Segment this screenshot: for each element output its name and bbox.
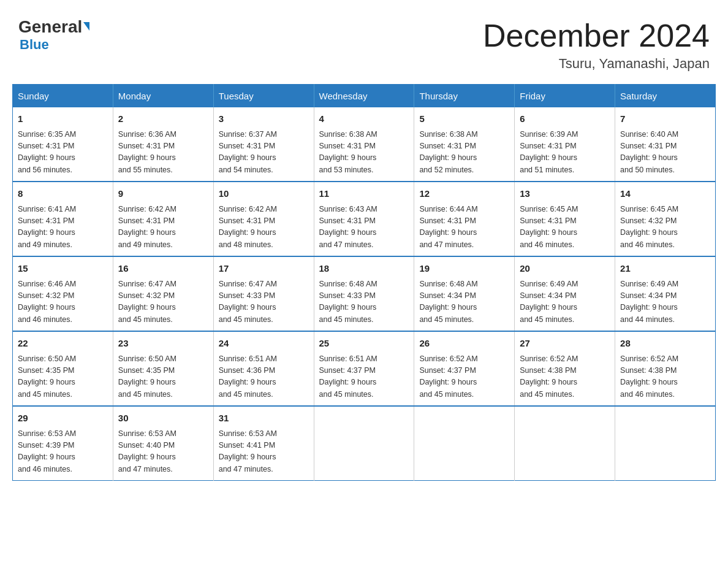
day-info: Sunrise: 6:40 AMSunset: 4:31 PMDaylight:…	[620, 129, 710, 177]
table-row: 17Sunrise: 6:47 AMSunset: 4:33 PMDayligh…	[213, 256, 314, 331]
day-info: Sunrise: 6:46 AMSunset: 4:32 PMDaylight:…	[18, 278, 108, 326]
table-row	[615, 406, 716, 481]
table-row: 1Sunrise: 6:35 AMSunset: 4:31 PMDaylight…	[13, 107, 113, 182]
col-sunday: Sunday	[13, 85, 113, 108]
day-info: Sunrise: 6:44 AMSunset: 4:31 PMDaylight:…	[419, 204, 509, 251]
table-row: 29Sunrise: 6:53 AMSunset: 4:39 PMDayligh…	[13, 406, 113, 481]
day-info: Sunrise: 6:38 AMSunset: 4:31 PMDaylight:…	[319, 129, 409, 177]
day-number: 23	[118, 337, 208, 351]
day-number: 1	[18, 112, 108, 126]
table-row: 20Sunrise: 6:49 AMSunset: 4:34 PMDayligh…	[515, 256, 615, 331]
logo-triangle-icon	[83, 22, 89, 31]
table-row: 24Sunrise: 6:51 AMSunset: 4:36 PMDayligh…	[213, 331, 314, 406]
day-number: 27	[520, 337, 610, 351]
day-number: 8	[18, 187, 108, 201]
logo-general-text: General	[18, 17, 89, 36]
day-number: 31	[219, 412, 309, 426]
day-info: Sunrise: 6:53 AMSunset: 4:41 PMDaylight:…	[219, 428, 309, 476]
day-info: Sunrise: 6:39 AMSunset: 4:31 PMDaylight:…	[520, 129, 610, 177]
day-number: 2	[118, 112, 208, 126]
table-row: 21Sunrise: 6:49 AMSunset: 4:34 PMDayligh…	[615, 256, 716, 331]
table-row: 9Sunrise: 6:42 AMSunset: 4:31 PMDaylight…	[113, 182, 213, 256]
table-row: 22Sunrise: 6:50 AMSunset: 4:35 PMDayligh…	[13, 331, 113, 406]
calendar-week-row: 22Sunrise: 6:50 AMSunset: 4:35 PMDayligh…	[13, 331, 716, 406]
col-saturday: Saturday	[615, 85, 716, 108]
table-row: 13Sunrise: 6:45 AMSunset: 4:31 PMDayligh…	[515, 182, 615, 256]
day-info: Sunrise: 6:36 AMSunset: 4:31 PMDaylight:…	[118, 129, 208, 177]
table-row: 15Sunrise: 6:46 AMSunset: 4:32 PMDayligh…	[13, 256, 113, 331]
day-info: Sunrise: 6:38 AMSunset: 4:31 PMDaylight:…	[419, 129, 509, 177]
table-row: 7Sunrise: 6:40 AMSunset: 4:31 PMDaylight…	[615, 107, 716, 182]
logo: General Blue	[18, 18, 89, 53]
calendar-title: December 2024	[483, 18, 710, 53]
table-row: 23Sunrise: 6:50 AMSunset: 4:35 PMDayligh…	[113, 331, 213, 406]
calendar-week-row: 1Sunrise: 6:35 AMSunset: 4:31 PMDaylight…	[13, 107, 716, 182]
day-info: Sunrise: 6:53 AMSunset: 4:40 PMDaylight:…	[118, 428, 208, 476]
day-number: 16	[118, 262, 208, 276]
table-row: 3Sunrise: 6:37 AMSunset: 4:31 PMDaylight…	[213, 107, 314, 182]
day-info: Sunrise: 6:49 AMSunset: 4:34 PMDaylight:…	[520, 278, 610, 326]
day-number: 3	[219, 112, 309, 126]
logo-general-line: General	[18, 18, 89, 36]
day-number: 10	[219, 187, 309, 201]
day-number: 19	[419, 262, 509, 276]
col-wednesday: Wednesday	[314, 85, 414, 108]
page-header: General Blue December 2024 Tsuru, Yamana…	[12, 12, 716, 72]
day-number: 25	[319, 337, 409, 351]
day-number: 21	[620, 262, 710, 276]
day-info: Sunrise: 6:50 AMSunset: 4:35 PMDaylight:…	[18, 353, 108, 401]
day-number: 17	[219, 262, 309, 276]
day-number: 24	[219, 337, 309, 351]
col-monday: Monday	[113, 85, 213, 108]
col-friday: Friday	[515, 85, 615, 108]
table-row: 2Sunrise: 6:36 AMSunset: 4:31 PMDaylight…	[113, 107, 213, 182]
day-number: 6	[520, 112, 610, 126]
table-row	[314, 406, 414, 481]
day-info: Sunrise: 6:42 AMSunset: 4:31 PMDaylight:…	[118, 204, 208, 251]
day-number: 7	[620, 112, 710, 126]
day-number: 28	[620, 337, 710, 351]
day-info: Sunrise: 6:45 AMSunset: 4:31 PMDaylight:…	[520, 204, 610, 251]
day-number: 20	[520, 262, 610, 276]
day-info: Sunrise: 6:49 AMSunset: 4:34 PMDaylight:…	[620, 278, 710, 326]
table-row: 14Sunrise: 6:45 AMSunset: 4:32 PMDayligh…	[615, 182, 716, 256]
day-number: 5	[419, 112, 509, 126]
table-row: 19Sunrise: 6:48 AMSunset: 4:34 PMDayligh…	[414, 256, 515, 331]
day-info: Sunrise: 6:51 AMSunset: 4:36 PMDaylight:…	[219, 353, 309, 401]
table-row: 27Sunrise: 6:52 AMSunset: 4:38 PMDayligh…	[515, 331, 615, 406]
calendar-table: Sunday Monday Tuesday Wednesday Thursday…	[12, 84, 716, 481]
calendar-header-row: Sunday Monday Tuesday Wednesday Thursday…	[13, 85, 716, 108]
day-info: Sunrise: 6:52 AMSunset: 4:38 PMDaylight:…	[620, 353, 710, 401]
day-info: Sunrise: 6:45 AMSunset: 4:32 PMDaylight:…	[620, 204, 710, 251]
table-row: 8Sunrise: 6:41 AMSunset: 4:31 PMDaylight…	[13, 182, 113, 256]
table-row: 12Sunrise: 6:44 AMSunset: 4:31 PMDayligh…	[414, 182, 515, 256]
table-row: 26Sunrise: 6:52 AMSunset: 4:37 PMDayligh…	[414, 331, 515, 406]
day-info: Sunrise: 6:52 AMSunset: 4:37 PMDaylight:…	[419, 353, 509, 401]
col-tuesday: Tuesday	[213, 85, 314, 108]
col-thursday: Thursday	[414, 85, 515, 108]
calendar-subtitle: Tsuru, Yamanashi, Japan	[483, 56, 710, 72]
calendar-week-row: 8Sunrise: 6:41 AMSunset: 4:31 PMDaylight…	[13, 182, 716, 256]
table-row: 28Sunrise: 6:52 AMSunset: 4:38 PMDayligh…	[615, 331, 716, 406]
day-info: Sunrise: 6:48 AMSunset: 4:33 PMDaylight:…	[319, 278, 409, 326]
table-row	[515, 406, 615, 481]
day-number: 22	[18, 337, 108, 351]
day-number: 15	[18, 262, 108, 276]
table-row	[414, 406, 515, 481]
table-row: 11Sunrise: 6:43 AMSunset: 4:31 PMDayligh…	[314, 182, 414, 256]
table-row: 10Sunrise: 6:42 AMSunset: 4:31 PMDayligh…	[213, 182, 314, 256]
table-row: 31Sunrise: 6:53 AMSunset: 4:41 PMDayligh…	[213, 406, 314, 481]
table-row: 18Sunrise: 6:48 AMSunset: 4:33 PMDayligh…	[314, 256, 414, 331]
day-info: Sunrise: 6:37 AMSunset: 4:31 PMDaylight:…	[219, 129, 309, 177]
day-info: Sunrise: 6:48 AMSunset: 4:34 PMDaylight:…	[419, 278, 509, 326]
calendar-week-row: 29Sunrise: 6:53 AMSunset: 4:39 PMDayligh…	[13, 406, 716, 481]
day-info: Sunrise: 6:42 AMSunset: 4:31 PMDaylight:…	[219, 204, 309, 251]
title-block: December 2024 Tsuru, Yamanashi, Japan	[483, 18, 710, 72]
day-info: Sunrise: 6:52 AMSunset: 4:38 PMDaylight:…	[520, 353, 610, 401]
calendar-week-row: 15Sunrise: 6:46 AMSunset: 4:32 PMDayligh…	[13, 256, 716, 331]
day-number: 18	[319, 262, 409, 276]
day-info: Sunrise: 6:41 AMSunset: 4:31 PMDaylight:…	[18, 204, 108, 251]
day-info: Sunrise: 6:43 AMSunset: 4:31 PMDaylight:…	[319, 204, 409, 251]
day-info: Sunrise: 6:47 AMSunset: 4:32 PMDaylight:…	[118, 278, 208, 326]
table-row: 25Sunrise: 6:51 AMSunset: 4:37 PMDayligh…	[314, 331, 414, 406]
